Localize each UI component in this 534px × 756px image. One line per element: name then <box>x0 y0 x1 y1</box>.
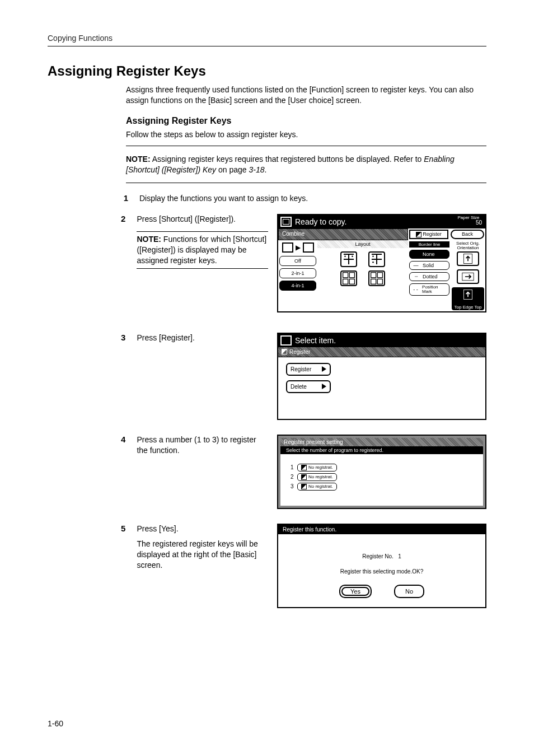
no-button[interactable]: No <box>394 585 424 598</box>
note-text-a: Assigning register keys requires that re… <box>151 155 424 164</box>
divider <box>126 146 486 146</box>
page-thumb-icon <box>303 242 314 253</box>
no-label: No <box>405 588 413 595</box>
page-thumb-icon <box>282 242 293 253</box>
orientation-top-edge-top[interactable]: Top Edge Top <box>452 287 484 310</box>
option-4in1[interactable]: 4-in-1 <box>279 281 316 291</box>
layout-option[interactable] <box>340 270 357 286</box>
step-5-text-2: The registered register keys will be dis… <box>137 539 268 571</box>
register-button[interactable]: Register <box>409 230 448 239</box>
step-3-text: Press [Register]. <box>137 333 268 343</box>
register-no-line: Register No. 1 <box>284 553 480 559</box>
step-4-text: Press a number (1 to 3) to register the … <box>137 435 268 456</box>
document-icon <box>280 217 292 227</box>
arrow-right-icon: ▶ <box>296 244 301 251</box>
divider <box>137 268 268 269</box>
divider <box>126 183 486 183</box>
svg-rect-8 <box>371 273 376 278</box>
svg-point-3 <box>372 262 374 263</box>
register-slot[interactable]: No registrat. <box>297 473 337 481</box>
document-icon <box>280 335 292 346</box>
slot-number: 3 <box>291 483 297 489</box>
step-5-text: Press [Yes]. <box>137 524 268 534</box>
orientation-landscape[interactable] <box>457 269 479 284</box>
page-title: Assigning Register Keys <box>48 63 486 79</box>
screen-select-item: Select item. Register Register Delete <box>277 333 486 420</box>
register-label: Register <box>291 366 311 372</box>
slot-label: No registrat. <box>308 465 333 470</box>
sub-heading: Assigning Register Keys <box>126 116 486 126</box>
page-number: 1-60 <box>48 719 63 728</box>
screen-subtitle: Select the number of program to register… <box>280 446 483 454</box>
tab-register[interactable]: Register <box>278 347 485 357</box>
screen-title: Ready to copy. <box>295 217 346 226</box>
screen-title: Select item. <box>295 336 336 345</box>
step-number: 4 <box>108 435 137 444</box>
option-2in1[interactable]: 2-in-1 <box>279 268 316 278</box>
back-button[interactable]: Back <box>451 230 484 239</box>
layout-option[interactable] <box>368 270 385 286</box>
border-mark-label: Position Mark <box>422 285 448 294</box>
svg-point-0 <box>344 255 346 257</box>
slot-number: 1 <box>291 464 297 470</box>
layout-label: Layout <box>317 240 408 248</box>
option-off[interactable]: Off <box>279 256 316 266</box>
border-none[interactable]: None <box>409 250 449 259</box>
slot-label: No registrat. <box>308 484 333 489</box>
layout-option[interactable] <box>368 251 385 267</box>
screen-title: Register present setting <box>280 438 483 446</box>
confirm-text: Register this selecting mode.OK? <box>284 568 480 575</box>
layout-option[interactable] <box>340 251 357 267</box>
orientation-portrait[interactable] <box>457 251 479 266</box>
paper-size-value: 50 <box>453 220 484 226</box>
svg-point-1 <box>352 255 353 257</box>
note-page: 3-18 <box>249 165 264 174</box>
sub-lead: Follow the steps as below to assign regi… <box>126 129 486 140</box>
note-text-b: on page <box>216 165 249 174</box>
screen-combine: Ready to copy. Paper Size 50 Combine Reg… <box>277 214 486 312</box>
top-edge-label: Top Edge Top <box>452 305 484 310</box>
slot-number: 2 <box>291 474 297 480</box>
step-2-note: NOTE: Functions for which [Shortcut] ([R… <box>137 234 268 266</box>
note-label: NOTE: <box>126 155 151 164</box>
delete-label: Delete <box>291 384 307 390</box>
register-button[interactable]: Register <box>286 363 331 376</box>
border-solid-label: Solid <box>423 263 434 268</box>
border-none-label: None <box>423 251 435 257</box>
slot-label: No registrat. <box>308 475 333 479</box>
screen-register-present-setting: Register present setting Select the numb… <box>277 435 486 509</box>
arrow-right-icon <box>322 384 326 389</box>
register-slot-row: 3 No registrat. <box>291 483 473 491</box>
screen-title: Register this function. <box>278 525 485 534</box>
note-1: NOTE: Assigning register keys requires t… <box>126 154 486 175</box>
svg-rect-4 <box>343 273 348 278</box>
step-number: 2 <box>108 214 137 223</box>
tab-combine[interactable]: Combine <box>278 228 408 240</box>
border-solid[interactable]: —Solid <box>409 261 449 270</box>
step-number: 3 <box>108 333 137 342</box>
register-slot[interactable]: No registrat. <box>297 483 337 491</box>
svg-rect-9 <box>377 273 382 278</box>
step-number: 1 <box>108 193 139 203</box>
step-number: 5 <box>108 524 137 533</box>
svg-rect-11 <box>377 279 382 284</box>
svg-rect-6 <box>343 279 348 284</box>
register-slot-row: 2 No registrat. <box>291 473 473 481</box>
screen-register-this-function: Register this function. Register No. 1 R… <box>277 524 486 608</box>
svg-rect-7 <box>349 279 354 284</box>
intro-paragraph: Assigns three frequently used functions … <box>126 85 486 106</box>
border-dotted[interactable]: ┄Dotted <box>409 272 449 281</box>
register-slot-row: 1 No registrat. <box>291 464 473 472</box>
svg-point-2 <box>372 255 374 257</box>
register-no-label: Register No. <box>362 553 394 559</box>
register-no-value: 1 <box>398 553 401 559</box>
note-period: . <box>264 165 266 174</box>
border-dotted-label: Dotted <box>423 274 438 279</box>
divider <box>137 231 268 232</box>
yes-button[interactable]: Yes <box>339 585 372 598</box>
combine-preview: ▶ <box>279 241 316 254</box>
delete-button[interactable]: Delete <box>286 380 331 393</box>
step-1-text: Display the functions you want to assign… <box>139 193 308 204</box>
register-slot[interactable]: No registrat. <box>297 464 337 472</box>
border-position-mark[interactable]: - -Position Mark <box>409 283 449 296</box>
